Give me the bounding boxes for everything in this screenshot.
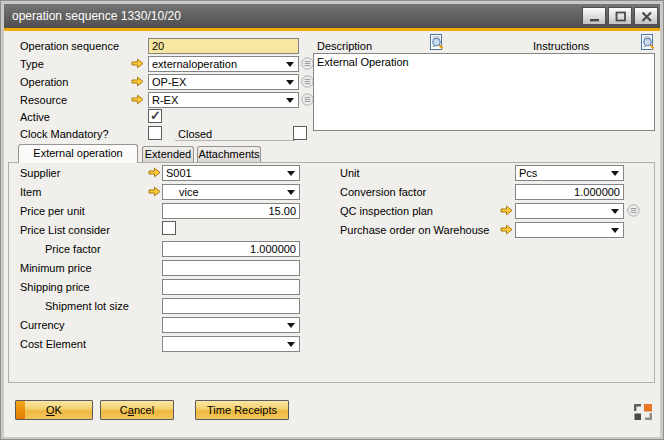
dropdown-arrow-icon bbox=[286, 80, 294, 85]
close-button[interactable] bbox=[634, 7, 658, 25]
cancel-label: C bbox=[120, 404, 128, 416]
type-value: externaloperation bbox=[152, 58, 237, 70]
active-label: Active bbox=[20, 110, 50, 125]
operation-value: OP-EX bbox=[152, 76, 186, 88]
ok-label-key: O bbox=[46, 404, 55, 416]
clock-mandatory-label: Clock Mandatory? bbox=[20, 127, 109, 142]
resource-value: R-EX bbox=[152, 94, 178, 106]
operation-label: Operation bbox=[20, 75, 68, 90]
form-content: Operation sequence 20 Type externalopera… bbox=[4, 31, 660, 437]
clock-mandatory-checkbox[interactable] bbox=[148, 126, 162, 140]
default-button-accent bbox=[16, 401, 25, 419]
checkmark-icon: ✓ bbox=[150, 108, 161, 123]
instructions-label: Instructions bbox=[533, 39, 589, 54]
resource-label: Resource bbox=[20, 93, 67, 108]
document-preview-icon[interactable] bbox=[429, 34, 444, 54]
tab-attachments[interactable]: Attachments bbox=[197, 146, 261, 162]
tab-external-operation[interactable]: External operation bbox=[18, 144, 138, 163]
cancel-label-rest: ncel bbox=[134, 404, 154, 416]
document-preview-icon[interactable] bbox=[640, 34, 655, 54]
form-settings-icon[interactable] bbox=[633, 403, 653, 423]
resource-select[interactable]: R-EX bbox=[148, 92, 299, 108]
ok-label-rest: K bbox=[55, 404, 62, 416]
operation-sequence-field[interactable]: 20 bbox=[148, 38, 299, 54]
link-arrow-icon[interactable] bbox=[131, 76, 144, 89]
type-select[interactable]: externaloperation bbox=[148, 56, 299, 72]
description-textarea[interactable]: External Operation bbox=[313, 53, 655, 131]
minimize-icon bbox=[583, 8, 605, 25]
cancel-button[interactable]: Cancel bbox=[100, 400, 174, 420]
window-title: operation sequence 1330/10/20 bbox=[12, 4, 181, 28]
operation-sequence-label: Operation sequence bbox=[20, 39, 119, 54]
dropdown-arrow-icon bbox=[286, 62, 294, 67]
type-label: Type bbox=[20, 57, 44, 72]
time-receipts-button[interactable]: Time Receipts bbox=[195, 400, 289, 420]
operation-select[interactable]: OP-EX bbox=[148, 74, 299, 90]
tab-panel bbox=[8, 162, 655, 383]
close-icon bbox=[635, 8, 657, 25]
window-controls bbox=[582, 7, 658, 25]
maximize-button[interactable] bbox=[608, 7, 632, 25]
ok-button[interactable]: OK bbox=[15, 400, 93, 420]
tab-extended[interactable]: Extended bbox=[142, 146, 194, 162]
time-receipts-label: Time Receipts bbox=[207, 404, 277, 416]
closed-field-underline bbox=[175, 140, 295, 141]
operation-sequence-window: operation sequence 1330/10/20 Operation … bbox=[0, 0, 664, 440]
dropdown-arrow-icon bbox=[286, 98, 294, 103]
minimize-button[interactable] bbox=[582, 7, 606, 25]
description-label: Description bbox=[317, 39, 372, 54]
titlebar[interactable]: operation sequence 1330/10/20 bbox=[4, 4, 660, 28]
link-arrow-icon[interactable] bbox=[131, 94, 144, 107]
closed-checkbox[interactable] bbox=[293, 126, 307, 140]
active-checkbox[interactable]: ✓ bbox=[148, 109, 162, 123]
link-arrow-icon[interactable] bbox=[131, 58, 144, 71]
maximize-icon bbox=[609, 8, 631, 25]
